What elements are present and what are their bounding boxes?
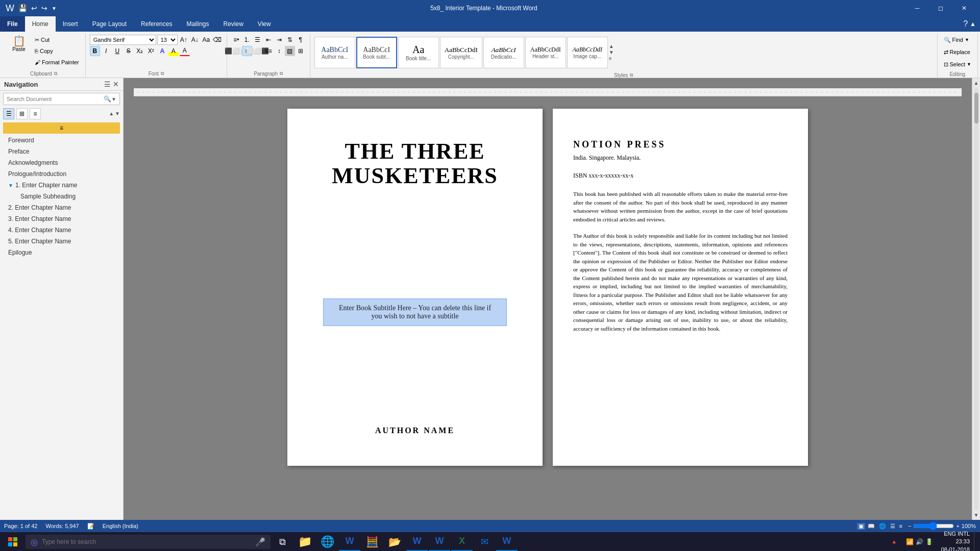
styles-dialog-icon[interactable]: ⧉: [630, 72, 633, 78]
nav-item-chapter5[interactable]: 5. Enter Chapter Name: [0, 236, 123, 247]
nav-item-prologue[interactable]: Prologue/Introduction: [0, 168, 123, 180]
cut-button[interactable]: ✂ Cut: [33, 35, 81, 45]
taskbar-app-excel[interactable]: X: [451, 532, 473, 551]
taskbar-app-word-5x8b[interactable]: W: [496, 532, 518, 551]
minimize-button[interactable]: ─: [905, 0, 929, 16]
show-desktop-button[interactable]: [974, 532, 978, 551]
format-painter-button[interactable]: 🖌 Format Painter: [33, 57, 81, 67]
shading-button[interactable]: ▧: [285, 46, 295, 56]
zoom-level[interactable]: 100%: [962, 523, 976, 529]
nav-scroll-down[interactable]: ▼: [115, 111, 120, 117]
customize-icon[interactable]: ▼: [50, 5, 58, 12]
nav-section-header[interactable]: ≡: [3, 122, 120, 134]
outline-view[interactable]: ☰: [889, 523, 897, 530]
strikethrough-button[interactable]: S: [124, 46, 134, 56]
redo-icon[interactable]: ↪: [40, 3, 49, 13]
decrease-font-button[interactable]: A↓: [190, 35, 200, 45]
show-hide-button[interactable]: ¶: [296, 35, 306, 45]
superscript-button[interactable]: X²: [146, 46, 156, 56]
nav-item-epilogue[interactable]: Epilogue: [0, 247, 123, 258]
nav-item-foreword[interactable]: Foreword: [0, 135, 123, 146]
print-layout-view[interactable]: ▣: [857, 523, 865, 530]
nav-item-subheading[interactable]: Sample Subheading: [0, 191, 123, 202]
tab-review[interactable]: Review: [216, 16, 250, 32]
zoom-out-button[interactable]: −: [908, 523, 911, 529]
zoom-in-button[interactable]: +: [956, 523, 959, 529]
restore-button[interactable]: ◻: [929, 0, 952, 16]
tab-file[interactable]: File: [0, 16, 25, 32]
nav-headings-view[interactable]: ☰: [3, 108, 14, 119]
save-icon[interactable]: 💾: [17, 3, 29, 13]
decrease-indent-button[interactable]: ⇤: [263, 35, 274, 45]
tab-page-layout[interactable]: Page Layout: [85, 16, 134, 32]
increase-indent-button[interactable]: ⇥: [274, 35, 284, 45]
tab-mailings[interactable]: Mailings: [179, 16, 216, 32]
nav-item-chapter2[interactable]: 2. Enter Chapter Name: [0, 202, 123, 213]
tab-references[interactable]: References: [134, 16, 179, 32]
nav-search-box[interactable]: 🔍 ▼: [3, 93, 120, 105]
taskbar-app-outlook[interactable]: ✉: [474, 532, 495, 551]
scroll-down-arrow[interactable]: ▼: [974, 512, 979, 518]
line-spacing-button[interactable]: ↕: [274, 46, 284, 56]
task-view-button[interactable]: ⧉: [273, 532, 292, 551]
borders-button[interactable]: ⊞: [296, 46, 306, 56]
style-book-subtitle[interactable]: AaBbCcI Book subt...: [356, 37, 397, 68]
network-icon-area[interactable]: 🔺: [887, 532, 902, 551]
style-author-name[interactable]: AaBbCcI Author na...: [314, 37, 355, 68]
zoom-slider[interactable]: [913, 522, 954, 530]
nav-menu-icon[interactable]: ☰: [104, 80, 111, 88]
nav-item-chapter3[interactable]: 3. Enter Chapter Name: [0, 213, 123, 224]
text-effects-button[interactable]: A: [157, 46, 167, 56]
subscript-button[interactable]: X₂: [135, 46, 145, 56]
taskbar-app-calculator[interactable]: 🧮: [361, 532, 383, 551]
nav-item-preface[interactable]: Preface: [0, 146, 123, 157]
taskbar-search-input[interactable]: [42, 538, 251, 545]
nav-results-view[interactable]: ≡: [30, 108, 41, 119]
language-status[interactable]: English (India): [103, 523, 138, 529]
copy-button[interactable]: ⎘ Copy: [33, 46, 81, 56]
scroll-up-arrow[interactable]: ▲: [974, 80, 979, 86]
sys-tray-icons[interactable]: 📶 🔊 🔋: [902, 532, 937, 551]
sort-button[interactable]: ⇅: [285, 35, 295, 45]
taskbar-app-book-li[interactable]: W: [339, 532, 360, 551]
align-right-button[interactable]: ⬜⬜⬛: [253, 46, 263, 56]
font-size-select[interactable]: 13: [157, 35, 178, 45]
clipboard-dialog-icon[interactable]: ⧉: [54, 71, 57, 77]
nav-item-acknowledgments[interactable]: Acknowledgments: [0, 157, 123, 168]
nav-item-chapter1[interactable]: ▼ 1. Enter Chapter name: [0, 180, 123, 191]
align-left-button[interactable]: ⬛⬜⬜: [231, 46, 241, 56]
book-subtitle-box[interactable]: Enter Book Subtitle Here – You can delet…: [323, 298, 507, 326]
nav-search-input[interactable]: [7, 96, 104, 102]
close-button[interactable]: ✕: [952, 0, 976, 16]
datetime-area[interactable]: ENG INTL 23:33 08-01-2018: [937, 532, 974, 551]
read-mode-view[interactable]: 📖: [866, 523, 876, 530]
numbering-button[interactable]: 1.: [242, 35, 252, 45]
paragraph-dialog-icon[interactable]: ⧉: [280, 71, 283, 77]
style-copyright[interactable]: AaBbCcDdI Copyright...: [440, 37, 482, 68]
justify-button[interactable]: ≡≡: [263, 46, 274, 56]
tab-view[interactable]: View: [251, 16, 278, 32]
select-dropdown-icon[interactable]: ▼: [967, 62, 971, 67]
multilevel-button[interactable]: ☰: [253, 35, 263, 45]
style-header-st[interactable]: AaBbCcDdI Header st...: [525, 37, 566, 68]
increase-font-button[interactable]: A↑: [179, 35, 189, 45]
style-book-title[interactable]: Aa Book title...: [398, 37, 439, 68]
font-dialog-icon[interactable]: ⧉: [161, 71, 164, 77]
find-button[interactable]: 🔍 Find ▼: [942, 35, 974, 45]
mic-icon[interactable]: 🎤: [255, 537, 265, 547]
nav-pages-view[interactable]: ⊞: [16, 108, 28, 119]
text-highlight-button[interactable]: A: [168, 46, 179, 56]
tab-insert[interactable]: Insert: [56, 16, 85, 32]
taskbar-app-explorer[interactable]: 📁: [294, 532, 315, 551]
undo-icon[interactable]: ↩: [30, 3, 39, 13]
select-button[interactable]: ⊡ Select ▼: [942, 59, 974, 69]
draft-view[interactable]: ≡: [898, 523, 904, 530]
ribbon-help[interactable]: ?: [963, 19, 968, 29]
styles-scroll-down[interactable]: ▼: [609, 49, 614, 56]
find-dropdown-icon[interactable]: ▼: [965, 37, 969, 42]
clear-format-button[interactable]: ⌫: [212, 35, 223, 45]
underline-button[interactable]: U: [112, 46, 122, 56]
search-dropdown-icon[interactable]: ▼: [111, 96, 116, 102]
font-family-select[interactable]: Gandhi Serif: [90, 35, 156, 45]
taskbar-app-word-5x8[interactable]: W: [429, 532, 450, 551]
